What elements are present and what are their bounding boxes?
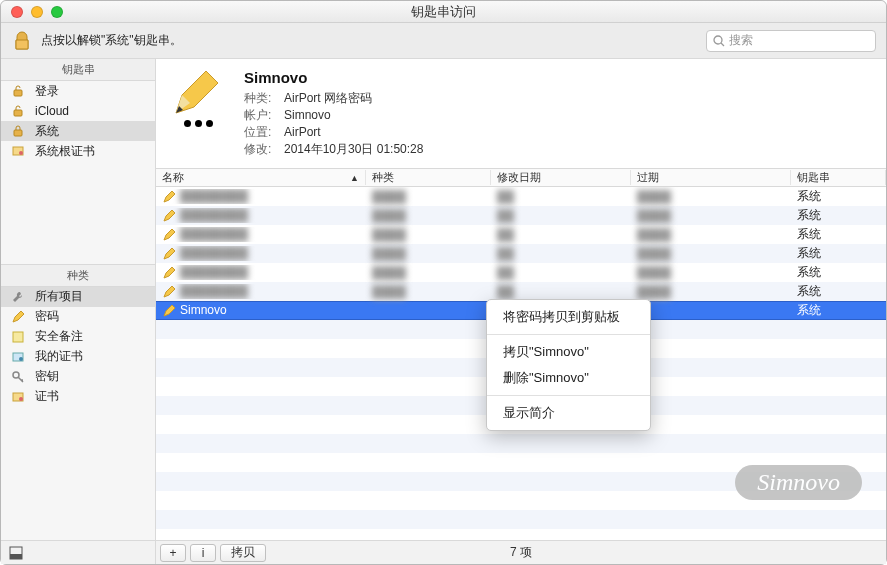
categories-header: 种类	[1, 265, 155, 287]
category-item[interactable]: 安全备注	[1, 327, 155, 347]
category-item[interactable]: 证书	[1, 387, 155, 407]
cert-icon	[11, 144, 25, 158]
search-input[interactable]: 搜索	[706, 30, 876, 52]
item-count: 7 项	[156, 544, 886, 561]
unlock-hint: 点按以解锁"系统"钥匙串。	[41, 32, 182, 49]
svg-rect-0	[16, 40, 28, 49]
table-row[interactable]: ██████████████████系统	[156, 263, 886, 282]
keychain-access-window: 钥匙串访问 点按以解锁"系统"钥匙串。 搜索 钥匙串 登录iCloud系统系统根…	[0, 0, 887, 565]
svg-marker-23	[164, 286, 175, 297]
detail-title: Simnovo	[244, 69, 423, 86]
svg-point-7	[19, 151, 23, 155]
unlock-icon	[11, 104, 25, 118]
wrench-icon	[11, 290, 25, 304]
ctx-copy-password[interactable]: 将密码拷贝到剪贴板	[487, 304, 650, 330]
col-expires[interactable]: 过期	[631, 170, 791, 185]
table-row[interactable]: ██████████████████系统	[156, 225, 886, 244]
detail-row: 修改:2014年10月30日 01:50:28	[244, 141, 423, 158]
svg-point-14	[19, 397, 23, 401]
svg-rect-3	[14, 90, 22, 96]
table-body[interactable]: ██████████████████系统██████████████████系统…	[156, 187, 886, 540]
category-item[interactable]: 密码	[1, 307, 155, 327]
keychain-item[interactable]: 系统	[1, 121, 155, 141]
cert-icon	[11, 390, 25, 404]
context-menu: 将密码拷贝到剪贴板 拷贝"Simnovo" 删除"Simnovo" 显示简介	[486, 299, 651, 431]
ctx-copy[interactable]: 拷贝"Simnovo"	[487, 339, 650, 365]
col-name[interactable]: 名称▲	[156, 170, 366, 185]
lock-icon	[11, 124, 25, 138]
item-detail: Simnovo 种类:AirPort 网络密码帐户:Simnovo位置:AirP…	[156, 59, 886, 169]
detail-row: 帐户:Simnovo	[244, 107, 423, 124]
category-item[interactable]: 我的证书	[1, 347, 155, 367]
ctx-info[interactable]: 显示简介	[487, 400, 650, 426]
svg-rect-26	[10, 554, 22, 559]
svg-marker-8	[13, 311, 24, 322]
svg-marker-22	[164, 267, 175, 278]
svg-point-1	[714, 36, 722, 44]
view-toggle-icon[interactable]	[9, 546, 23, 560]
keychains-header: 钥匙串	[1, 59, 155, 81]
note-icon	[11, 330, 25, 344]
mycert-icon	[11, 350, 25, 364]
sort-asc-icon: ▲	[350, 173, 359, 183]
svg-marker-21	[164, 248, 175, 259]
svg-line-2	[721, 43, 724, 46]
footer: + i 拷贝 7 项	[1, 540, 886, 564]
svg-rect-5	[14, 130, 22, 136]
titlebar[interactable]: 钥匙串访问	[1, 1, 886, 23]
table-row[interactable]: ██████████████████系统	[156, 206, 886, 225]
sidebar: 钥匙串 登录iCloud系统系统根证书 种类 所有项目密码安全备注我的证书密钥证…	[1, 59, 156, 540]
category-item[interactable]: 所有项目	[1, 287, 155, 307]
table-header[interactable]: 名称▲ 种类 修改日期 过期 钥匙串	[156, 169, 886, 187]
watermark: Simnovo	[735, 465, 862, 500]
search-icon	[713, 35, 725, 47]
keychain-item[interactable]: 系统根证书	[1, 141, 155, 161]
detail-row: 种类:AirPort 网络密码	[244, 90, 423, 107]
col-kind[interactable]: 种类	[366, 170, 491, 185]
col-keychain[interactable]: 钥匙串	[791, 170, 886, 185]
svg-rect-4	[14, 110, 22, 116]
window-title: 钥匙串访问	[1, 3, 886, 21]
svg-point-11	[19, 357, 23, 361]
category-item[interactable]: 密钥	[1, 367, 155, 387]
table-row[interactable]: ██████████████████系统	[156, 244, 886, 263]
col-modified[interactable]: 修改日期	[491, 170, 631, 185]
svg-marker-24	[164, 305, 175, 316]
lock-bar: 点按以解锁"系统"钥匙串。 搜索	[1, 23, 886, 59]
lock-icon[interactable]	[11, 30, 33, 52]
svg-marker-18	[164, 191, 175, 202]
keychain-item[interactable]: iCloud	[1, 101, 155, 121]
svg-marker-19	[164, 210, 175, 221]
table-row-empty	[156, 434, 886, 453]
svg-marker-20	[164, 229, 175, 240]
svg-rect-9	[13, 332, 23, 342]
ctx-delete[interactable]: 删除"Simnovo"	[487, 365, 650, 391]
table-row[interactable]: ██████████████████系统	[156, 187, 886, 206]
unlock-icon	[11, 84, 25, 98]
key-icon	[11, 370, 25, 384]
password-icon	[170, 69, 230, 129]
main-pane: Simnovo 种类:AirPort 网络密码帐户:Simnovo位置:AirP…	[156, 59, 886, 540]
detail-row: 位置:AirPort	[244, 124, 423, 141]
keychain-item[interactable]: 登录	[1, 81, 155, 101]
pencil-icon	[11, 310, 25, 324]
table-row-empty	[156, 510, 886, 529]
